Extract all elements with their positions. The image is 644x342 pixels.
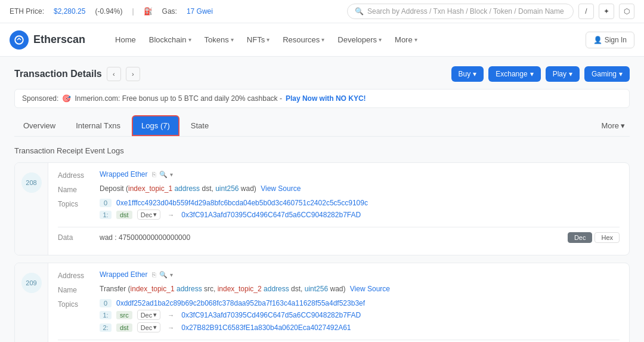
buy-chevron-icon: ▾ xyxy=(473,70,476,78)
nav-more[interactable]: More ▾ xyxy=(389,30,423,49)
action-buttons: Buy ▾ Exchange ▾ Play ▾ Gaming ▾ xyxy=(451,66,630,82)
tab-internal-txns[interactable]: Internal Txns xyxy=(67,116,129,135)
dec-button-208[interactable]: Dec xyxy=(568,232,593,243)
blockchain-chevron-icon: ▾ xyxy=(188,36,191,43)
nav-nfts-label: NFTs xyxy=(247,35,265,44)
gaming-label: Gaming xyxy=(592,70,617,78)
tokens-chevron-icon: ▾ xyxy=(231,36,234,43)
sponsor-link[interactable]: Play Now with NO KYC! xyxy=(286,94,366,103)
log-name-row-209: Name Transfer (index_topic_1 address src… xyxy=(58,285,620,294)
arrow-icon-209-2: → xyxy=(168,324,174,331)
search-bar[interactable]: 🔍 Search by Address / Txn Hash / Block /… xyxy=(347,4,574,19)
tab-overview[interactable]: Overview xyxy=(14,116,64,135)
logo[interactable]: Etherscan xyxy=(10,30,85,50)
tabs-more-button[interactable]: More ▾ xyxy=(596,116,630,135)
topic-dec-dropdown-208-1[interactable]: Dec ▾ xyxy=(137,209,161,220)
buy-button[interactable]: Buy ▾ xyxy=(451,66,484,82)
sign-in-label: Sign In xyxy=(605,36,627,44)
page-title: Transaction Details xyxy=(14,69,102,79)
nav-home[interactable]: Home xyxy=(109,30,142,49)
nav-developers[interactable]: Developers ▾ xyxy=(332,30,388,49)
topic-num-209-2: 2: xyxy=(100,323,112,332)
dec-chevron-icon-209-2: ▾ xyxy=(153,323,157,331)
topic-badge-209-2: dst xyxy=(116,323,132,332)
gaming-button[interactable]: Gaming ▾ xyxy=(584,66,630,82)
nav-bar: Etherscan Home Blockchain ▾ Tokens ▾ NFT… xyxy=(0,23,644,57)
nav-blockchain[interactable]: Blockchain ▾ xyxy=(143,30,197,49)
sponsor-bar: Sponsored: 🎯 Inmerion.com: Free bonus up… xyxy=(14,89,630,108)
dec-hex-buttons-208: Dec Hex xyxy=(568,232,620,243)
more-chevron-icon: ▾ xyxy=(414,36,417,43)
topic-hash-209-1[interactable]: 0x3fC91A3afd70395Cd496C647d5a6CC9048282b… xyxy=(181,311,361,319)
sponsor-label: Sponsored: xyxy=(22,94,58,103)
top-bar: ETH Price: $2,280.25 (-0.94%) | ⛽ Gas: 1… xyxy=(0,0,644,23)
log-entry-209: 209 Address Wrapped Ether ⎘ 🔍 ▾ Name Tra… xyxy=(14,263,630,342)
address-link-208[interactable]: Wrapped Ether xyxy=(100,170,148,178)
topic-hash-208-0[interactable]: 0xe1fffcc4923d04b559f4d29a8bfc6bcda04eb5… xyxy=(116,199,368,207)
eth-icon-btn[interactable]: ⬡ xyxy=(619,4,634,19)
buy-label: Buy xyxy=(459,70,471,78)
name-func-208: Deposit ( xyxy=(100,184,128,193)
topic-row-209-2: 2: dst Dec ▾ → 0x27B82B91C6583fE1a830b4a… xyxy=(100,322,620,332)
log-topics-209: 0 0xddf252ad1ba2c89b69c2b068fc378daa952b… xyxy=(100,299,620,335)
exchange-button[interactable]: Exchange ▾ xyxy=(488,66,540,82)
sign-in-button[interactable]: 👤 Sign In xyxy=(586,32,634,48)
topic-hash-209-2[interactable]: 0x27B82B91C6583fE1a830b4a0620Eca4027492A… xyxy=(181,323,351,332)
log-body-208: Address Wrapped Ether ⎘ 🔍 ▾ Name Deposit… xyxy=(48,163,629,255)
tab-logs[interactable]: Logs (7) xyxy=(132,115,179,136)
log-index-208: 208 xyxy=(15,163,48,255)
settings-icon-btn[interactable]: ✦ xyxy=(599,4,614,19)
search-placeholder: Search by Address / Txn Hash / Block / T… xyxy=(367,7,564,16)
log-name-row-208: Name Deposit (index_topic_1 address dst,… xyxy=(58,184,620,194)
eth-price-value: $2,280.25 xyxy=(54,7,85,16)
tab-state[interactable]: State xyxy=(182,116,218,135)
next-arrow-button[interactable]: › xyxy=(126,67,140,81)
address-link-209[interactable]: Wrapped Ether xyxy=(100,270,148,279)
tabs-more-label: More xyxy=(601,121,619,130)
play-button[interactable]: Play ▾ xyxy=(546,66,580,82)
topic-hash-209-0[interactable]: 0xddf252ad1ba2c89b69c2b068fc378daa952ba7… xyxy=(116,299,365,307)
topic-row-209-1: 1: src Dec ▾ → 0x3fC91A3afd70395Cd496C64… xyxy=(100,310,620,320)
topic-num-209-1: 1: xyxy=(100,311,112,319)
name-kw1-208: index_topic_1 xyxy=(128,184,172,193)
topic-dec-dropdown-209-1[interactable]: Dec ▾ xyxy=(137,310,161,320)
view-source-link-208[interactable]: View Source xyxy=(261,184,301,193)
sponsor-icon: 🎯 xyxy=(62,94,71,103)
topic-badge-209-1: src xyxy=(116,311,132,319)
zoom-icon-208[interactable]: 🔍 xyxy=(159,171,168,178)
prev-arrow-button[interactable]: ‹ xyxy=(107,67,121,81)
name-var1-209: src, xyxy=(204,285,218,293)
topic-row-208-0: 0 0xe1fffcc4923d04b559f4d29a8bfc6bcda04e… xyxy=(100,199,620,207)
hex-button-208[interactable]: Hex xyxy=(595,232,620,243)
gas-label: Gas: xyxy=(162,7,177,16)
nav-resources[interactable]: Resources ▾ xyxy=(277,30,330,49)
zoom-icon-209[interactable]: 🔍 xyxy=(159,271,168,278)
nav-nfts[interactable]: NFTs ▾ xyxy=(241,30,275,49)
name-label-209: Name xyxy=(58,285,100,294)
nav-tokens[interactable]: Tokens ▾ xyxy=(199,30,240,49)
copy-icon-208[interactable]: ⎘ xyxy=(152,171,156,178)
topic-hash-208-1[interactable]: 0x3fC91A3afd70395Cd496C647d5a6CC9048282b… xyxy=(181,211,361,219)
play-label: Play xyxy=(553,70,566,78)
nfts-chevron-icon: ▾ xyxy=(267,36,270,43)
tab-overview-label: Overview xyxy=(23,121,55,130)
dec-chevron-icon-209-1: ▾ xyxy=(153,311,157,319)
nav-blockchain-label: Blockchain xyxy=(149,35,187,44)
slash-icon-btn[interactable]: / xyxy=(578,4,594,19)
name-label-208: Name xyxy=(58,184,100,194)
address-chevron-icon-209[interactable]: ▾ xyxy=(170,272,173,278)
arrow-icon-208-1: → xyxy=(168,211,174,218)
name-type3-209: uint256 xyxy=(305,285,330,293)
gaming-chevron-icon: ▾ xyxy=(619,70,623,78)
nav-right: 👤 Sign In xyxy=(586,32,634,48)
exchange-label: Exchange xyxy=(496,70,527,78)
topic-row-208-1: 1: dst Dec ▾ → 0x3fC91A3afd70395Cd496C64… xyxy=(100,209,620,220)
topic-badge-208-1: dst xyxy=(116,211,132,219)
name-type2-208: uint256 xyxy=(215,184,241,193)
copy-icon-209[interactable]: ⎘ xyxy=(152,271,156,278)
play-chevron-icon: ▾ xyxy=(569,70,572,78)
topic-dec-dropdown-209-2[interactable]: Dec ▾ xyxy=(137,322,161,332)
nav-tokens-label: Tokens xyxy=(205,35,229,44)
address-chevron-icon-208[interactable]: ▾ xyxy=(170,171,173,178)
view-source-link-209[interactable]: View Source xyxy=(350,285,390,293)
